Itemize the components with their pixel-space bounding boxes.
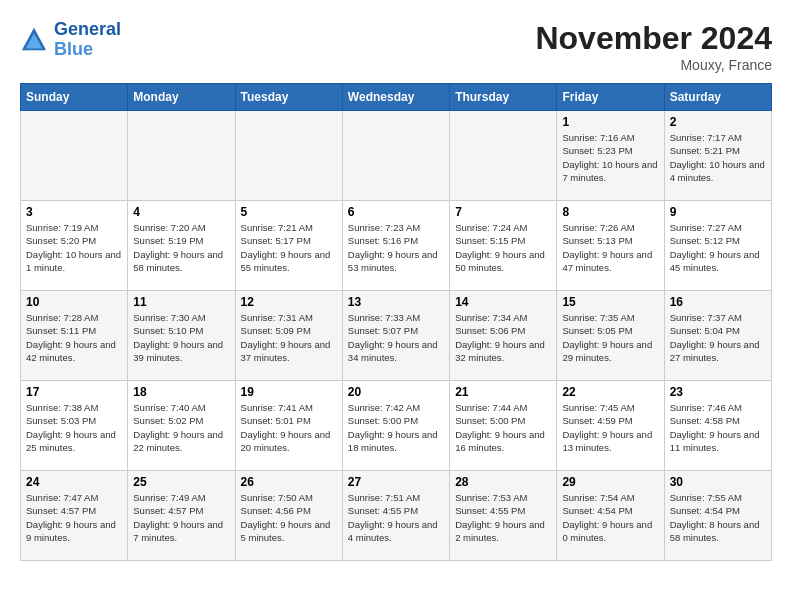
day-info: Sunrise: 7:27 AM Sunset: 5:12 PM Dayligh… (670, 221, 766, 274)
day-info: Sunrise: 7:45 AM Sunset: 4:59 PM Dayligh… (562, 401, 658, 454)
calendar-cell: 13Sunrise: 7:33 AM Sunset: 5:07 PM Dayli… (342, 291, 449, 381)
day-info: Sunrise: 7:16 AM Sunset: 5:23 PM Dayligh… (562, 131, 658, 184)
day-info: Sunrise: 7:17 AM Sunset: 5:21 PM Dayligh… (670, 131, 766, 184)
day-info: Sunrise: 7:19 AM Sunset: 5:20 PM Dayligh… (26, 221, 122, 274)
day-info: Sunrise: 7:24 AM Sunset: 5:15 PM Dayligh… (455, 221, 551, 274)
calendar-cell: 1Sunrise: 7:16 AM Sunset: 5:23 PM Daylig… (557, 111, 664, 201)
calendar-week-row: 10Sunrise: 7:28 AM Sunset: 5:11 PM Dayli… (21, 291, 772, 381)
calendar-cell: 30Sunrise: 7:55 AM Sunset: 4:54 PM Dayli… (664, 471, 771, 561)
day-number: 29 (562, 475, 658, 489)
calendar-cell: 25Sunrise: 7:49 AM Sunset: 4:57 PM Dayli… (128, 471, 235, 561)
logo: General Blue (20, 20, 121, 60)
day-info: Sunrise: 7:21 AM Sunset: 5:17 PM Dayligh… (241, 221, 337, 274)
day-number: 9 (670, 205, 766, 219)
day-number: 22 (562, 385, 658, 399)
day-info: Sunrise: 7:20 AM Sunset: 5:19 PM Dayligh… (133, 221, 229, 274)
day-number: 19 (241, 385, 337, 399)
calendar-cell: 5Sunrise: 7:21 AM Sunset: 5:17 PM Daylig… (235, 201, 342, 291)
day-info: Sunrise: 7:38 AM Sunset: 5:03 PM Dayligh… (26, 401, 122, 454)
calendar-table: SundayMondayTuesdayWednesdayThursdayFrid… (20, 83, 772, 561)
calendar-cell: 18Sunrise: 7:40 AM Sunset: 5:02 PM Dayli… (128, 381, 235, 471)
calendar-cell: 23Sunrise: 7:46 AM Sunset: 4:58 PM Dayli… (664, 381, 771, 471)
calendar-cell: 9Sunrise: 7:27 AM Sunset: 5:12 PM Daylig… (664, 201, 771, 291)
day-info: Sunrise: 7:50 AM Sunset: 4:56 PM Dayligh… (241, 491, 337, 544)
calendar-cell: 6Sunrise: 7:23 AM Sunset: 5:16 PM Daylig… (342, 201, 449, 291)
day-info: Sunrise: 7:51 AM Sunset: 4:55 PM Dayligh… (348, 491, 444, 544)
calendar-cell (128, 111, 235, 201)
day-number: 3 (26, 205, 122, 219)
day-number: 4 (133, 205, 229, 219)
day-info: Sunrise: 7:30 AM Sunset: 5:10 PM Dayligh… (133, 311, 229, 364)
day-number: 7 (455, 205, 551, 219)
day-number: 17 (26, 385, 122, 399)
day-number: 13 (348, 295, 444, 309)
day-info: Sunrise: 7:54 AM Sunset: 4:54 PM Dayligh… (562, 491, 658, 544)
day-info: Sunrise: 7:35 AM Sunset: 5:05 PM Dayligh… (562, 311, 658, 364)
day-number: 11 (133, 295, 229, 309)
day-info: Sunrise: 7:42 AM Sunset: 5:00 PM Dayligh… (348, 401, 444, 454)
month-title: November 2024 (535, 20, 772, 57)
day-info: Sunrise: 7:49 AM Sunset: 4:57 PM Dayligh… (133, 491, 229, 544)
calendar-cell: 10Sunrise: 7:28 AM Sunset: 5:11 PM Dayli… (21, 291, 128, 381)
day-number: 28 (455, 475, 551, 489)
calendar-cell: 4Sunrise: 7:20 AM Sunset: 5:19 PM Daylig… (128, 201, 235, 291)
day-number: 8 (562, 205, 658, 219)
day-number: 25 (133, 475, 229, 489)
day-number: 5 (241, 205, 337, 219)
day-of-week-header: Tuesday (235, 84, 342, 111)
day-info: Sunrise: 7:28 AM Sunset: 5:11 PM Dayligh… (26, 311, 122, 364)
day-info: Sunrise: 7:55 AM Sunset: 4:54 PM Dayligh… (670, 491, 766, 544)
calendar-cell: 20Sunrise: 7:42 AM Sunset: 5:00 PM Dayli… (342, 381, 449, 471)
day-number: 26 (241, 475, 337, 489)
day-info: Sunrise: 7:26 AM Sunset: 5:13 PM Dayligh… (562, 221, 658, 274)
calendar-cell (342, 111, 449, 201)
calendar-week-row: 1Sunrise: 7:16 AM Sunset: 5:23 PM Daylig… (21, 111, 772, 201)
calendar-cell: 14Sunrise: 7:34 AM Sunset: 5:06 PM Dayli… (450, 291, 557, 381)
calendar-cell: 16Sunrise: 7:37 AM Sunset: 5:04 PM Dayli… (664, 291, 771, 381)
location: Mouxy, France (535, 57, 772, 73)
day-number: 1 (562, 115, 658, 129)
calendar-cell: 8Sunrise: 7:26 AM Sunset: 5:13 PM Daylig… (557, 201, 664, 291)
day-number: 18 (133, 385, 229, 399)
day-of-week-header: Saturday (664, 84, 771, 111)
day-info: Sunrise: 7:34 AM Sunset: 5:06 PM Dayligh… (455, 311, 551, 364)
calendar-cell: 3Sunrise: 7:19 AM Sunset: 5:20 PM Daylig… (21, 201, 128, 291)
day-of-week-header: Friday (557, 84, 664, 111)
calendar-cell: 24Sunrise: 7:47 AM Sunset: 4:57 PM Dayli… (21, 471, 128, 561)
day-number: 21 (455, 385, 551, 399)
day-of-week-header: Sunday (21, 84, 128, 111)
calendar-cell (21, 111, 128, 201)
day-number: 16 (670, 295, 766, 309)
calendar-body: 1Sunrise: 7:16 AM Sunset: 5:23 PM Daylig… (21, 111, 772, 561)
header-row: SundayMondayTuesdayWednesdayThursdayFrid… (21, 84, 772, 111)
calendar-cell: 15Sunrise: 7:35 AM Sunset: 5:05 PM Dayli… (557, 291, 664, 381)
calendar-cell (450, 111, 557, 201)
day-info: Sunrise: 7:46 AM Sunset: 4:58 PM Dayligh… (670, 401, 766, 454)
logo-icon (20, 26, 48, 54)
day-number: 10 (26, 295, 122, 309)
calendar-cell: 29Sunrise: 7:54 AM Sunset: 4:54 PM Dayli… (557, 471, 664, 561)
calendar-week-row: 3Sunrise: 7:19 AM Sunset: 5:20 PM Daylig… (21, 201, 772, 291)
title-block: November 2024 Mouxy, France (535, 20, 772, 73)
calendar-cell: 7Sunrise: 7:24 AM Sunset: 5:15 PM Daylig… (450, 201, 557, 291)
calendar-week-row: 17Sunrise: 7:38 AM Sunset: 5:03 PM Dayli… (21, 381, 772, 471)
day-number: 2 (670, 115, 766, 129)
day-info: Sunrise: 7:33 AM Sunset: 5:07 PM Dayligh… (348, 311, 444, 364)
calendar-cell: 21Sunrise: 7:44 AM Sunset: 5:00 PM Dayli… (450, 381, 557, 471)
day-of-week-header: Wednesday (342, 84, 449, 111)
calendar-cell: 27Sunrise: 7:51 AM Sunset: 4:55 PM Dayli… (342, 471, 449, 561)
day-number: 27 (348, 475, 444, 489)
day-number: 6 (348, 205, 444, 219)
page-header: General Blue November 2024 Mouxy, France (20, 20, 772, 73)
calendar-cell: 19Sunrise: 7:41 AM Sunset: 5:01 PM Dayli… (235, 381, 342, 471)
day-info: Sunrise: 7:41 AM Sunset: 5:01 PM Dayligh… (241, 401, 337, 454)
calendar-cell: 12Sunrise: 7:31 AM Sunset: 5:09 PM Dayli… (235, 291, 342, 381)
day-info: Sunrise: 7:37 AM Sunset: 5:04 PM Dayligh… (670, 311, 766, 364)
calendar-cell: 28Sunrise: 7:53 AM Sunset: 4:55 PM Dayli… (450, 471, 557, 561)
day-info: Sunrise: 7:44 AM Sunset: 5:00 PM Dayligh… (455, 401, 551, 454)
calendar-cell: 11Sunrise: 7:30 AM Sunset: 5:10 PM Dayli… (128, 291, 235, 381)
calendar-cell: 2Sunrise: 7:17 AM Sunset: 5:21 PM Daylig… (664, 111, 771, 201)
day-number: 12 (241, 295, 337, 309)
day-number: 14 (455, 295, 551, 309)
day-number: 23 (670, 385, 766, 399)
